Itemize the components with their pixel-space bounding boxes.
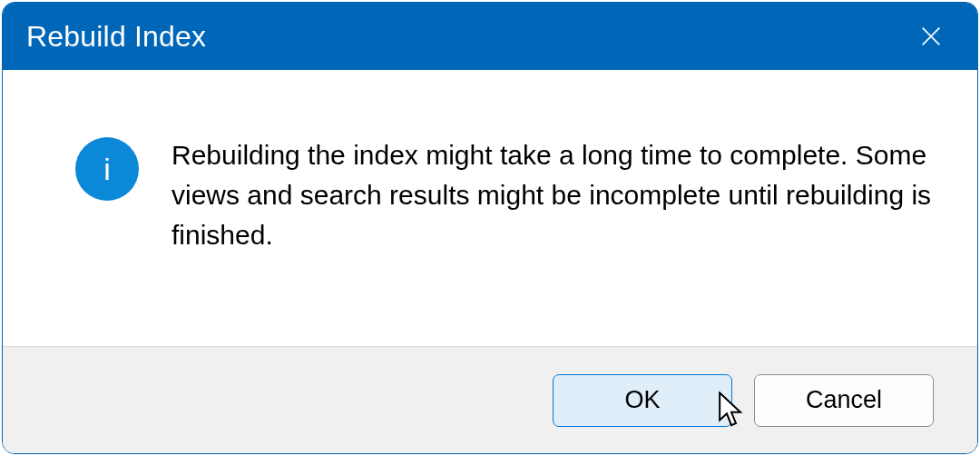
dialog-content: i Rebuilding the index might take a long… bbox=[3, 70, 977, 346]
dialog-window: Rebuild Index i Rebuilding the index mig… bbox=[2, 2, 978, 454]
close-icon bbox=[918, 24, 944, 49]
info-glyph: i bbox=[103, 152, 111, 187]
dialog-message: Rebuilding the index might take a long t… bbox=[172, 135, 934, 346]
dialog-title: Rebuild Index bbox=[26, 20, 206, 54]
ok-button[interactable]: OK bbox=[553, 374, 732, 427]
cancel-button[interactable]: Cancel bbox=[754, 374, 934, 427]
info-icon: i bbox=[75, 137, 139, 201]
close-button[interactable] bbox=[899, 3, 963, 70]
dialog-footer: OK Cancel bbox=[3, 346, 977, 453]
title-bar: Rebuild Index bbox=[3, 3, 977, 70]
